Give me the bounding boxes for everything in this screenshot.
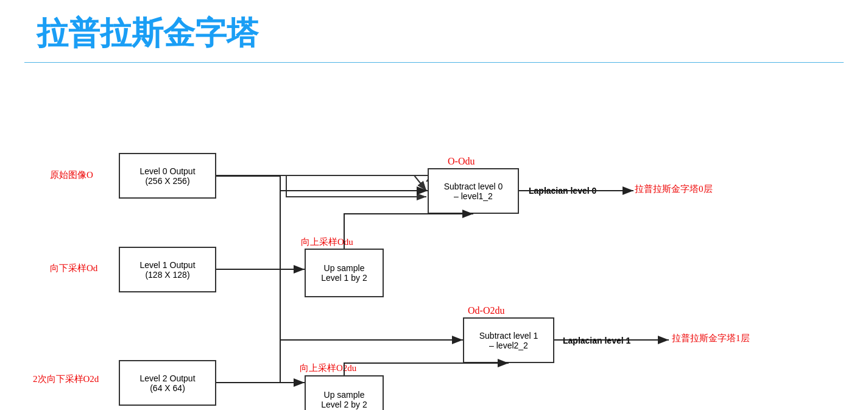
label-OdO2du: Od-O2du — [468, 305, 504, 316]
label-original-image: 原始图像O — [50, 169, 93, 181]
box-level0-text: Level 0 Output(256 X 256) — [139, 166, 195, 186]
box-subtract1-text: Subtract level 1– level2_2 — [479, 331, 538, 350]
box-upsample2: Up sampleLevel 2 by 2 — [305, 375, 384, 410]
label-laplacian0-zh: 拉普拉斯金字塔0层 — [635, 183, 713, 195]
label-laplacian1-zh: 拉普拉斯金字塔1层 — [672, 333, 750, 344]
svg-line-4 — [414, 175, 426, 191]
box-level0: Level 0 Output(256 X 256) — [119, 153, 216, 199]
box-subtract1: Subtract level 1– level2_2 — [463, 317, 554, 363]
page: 拉普拉斯金字塔 — [0, 0, 868, 410]
label-upsample2-red: 向上采样O2du — [300, 362, 356, 374]
box-level1-text: Level 1 Output(128 X 128) — [139, 260, 195, 280]
label-laplacian1-en: Laplacian level 1 — [563, 336, 630, 345]
diagram-area: 原始图像O 向下采样Od 2次向下采样O2d Level 0 Output(25… — [24, 75, 844, 410]
box-upsample1-text: Up sampleLevel 1 by 2 — [321, 263, 367, 283]
divider — [24, 62, 844, 63]
label-OOdu: O-Odu — [448, 156, 475, 167]
label-upsample1-red: 向上采样Odu — [301, 236, 353, 248]
box-level2-text: Level 2 Output(64 X 64) — [139, 373, 195, 393]
label-downsample2: 2次向下采样O2d — [33, 373, 99, 385]
box-subtract0: Subtract level 0– level1_2 — [428, 168, 519, 214]
label-laplacian0-en: Laplacian level 0 — [529, 186, 596, 196]
page-title: 拉普拉斯金字塔 — [37, 12, 844, 55]
box-subtract0-text: Subtract level 0– level1_2 — [444, 182, 503, 201]
box-level1: Level 1 Output(128 X 128) — [119, 247, 216, 292]
box-level2: Level 2 Output(64 X 64) — [119, 360, 216, 406]
box-upsample1: Up sampleLevel 1 by 2 — [305, 249, 384, 297]
label-downsample1: 向下采样Od — [50, 263, 97, 274]
svg-line-3 — [414, 175, 426, 191]
box-upsample2-text: Up sampleLevel 2 by 2 — [321, 390, 367, 409]
